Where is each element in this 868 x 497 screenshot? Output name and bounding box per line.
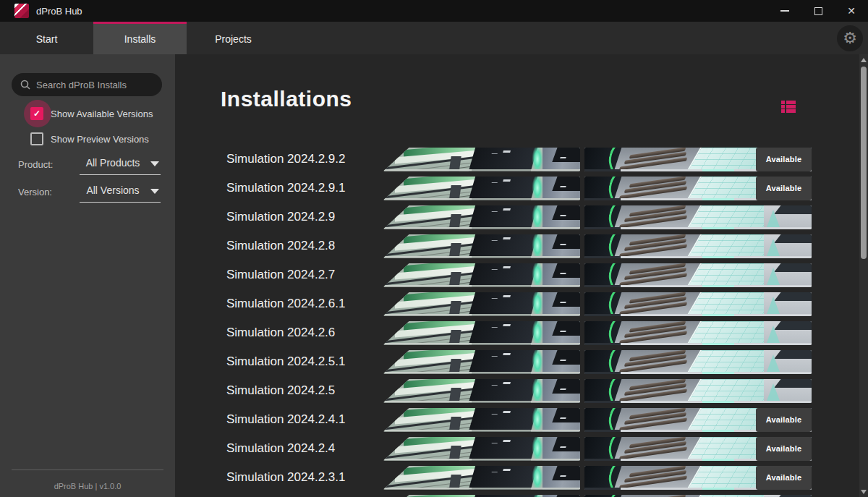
install-row[interactable]: [226, 492, 859, 497]
product-filter-row: Product: All Products: [18, 157, 161, 175]
minimize-icon: [780, 10, 789, 12]
install-row[interactable]: Simulation 2024.2.3.1 Available: [226, 463, 859, 492]
sidebar: ✓ Show Available Versions ✓ Show Preview…: [0, 54, 175, 497]
check-icon: ✓: [32, 109, 42, 119]
banner-image-left: [383, 408, 580, 432]
app-title: dProB Hub: [36, 6, 82, 17]
banner-image-right: [584, 350, 812, 374]
install-banner: Available: [383, 408, 812, 432]
banner-image-right: Available: [584, 148, 812, 171]
list-view-toggle-button[interactable]: [781, 101, 796, 113]
install-label: Simulation 2024.2.9: [226, 210, 383, 224]
list-view-icon: [781, 101, 785, 104]
install-row[interactable]: Simulation 2024.2.4 Available: [226, 434, 859, 463]
banner-image-right: [584, 321, 812, 345]
banner-image-left: [383, 437, 580, 461]
checkbox-show-available-versions[interactable]: ✓ Show Available Versions: [30, 106, 153, 122]
title-bar: dProB Hub ✕: [0, 0, 868, 22]
close-button[interactable]: ✕: [835, 0, 868, 22]
availability-badge: Available: [756, 177, 812, 200]
availability-badge: Available: [756, 408, 812, 432]
search-icon: [20, 80, 30, 90]
install-label: Simulation 2024.2.3.1: [226, 470, 383, 485]
install-label: Simulation 2024.2.8: [226, 239, 383, 253]
banner-image-left: [383, 148, 580, 171]
banner-image-right: Available: [584, 466, 812, 490]
banner-image-left: [383, 205, 580, 229]
install-banner: [383, 379, 812, 403]
maximize-button[interactable]: [801, 0, 835, 22]
minimize-button[interactable]: [768, 0, 801, 22]
install-banner: Available: [383, 466, 812, 490]
availability-badge: Available: [756, 466, 812, 490]
tab-label: Start: [36, 33, 58, 45]
list-view-icon: [781, 109, 785, 113]
tab-bar: Start Installs Projects ⚙: [0, 22, 868, 54]
install-row[interactable]: Simulation 2024.2.6: [226, 318, 859, 347]
install-banner: Available: [383, 177, 812, 200]
list-view-icon: [781, 105, 785, 109]
install-label: Simulation 2024.2.9.2: [226, 152, 383, 166]
product-select[interactable]: All Products: [80, 157, 161, 175]
install-row[interactable]: Simulation 2024.2.9: [226, 203, 859, 231]
app-window: dProB Hub ✕ Start Installs Projects ⚙ ✓ …: [0, 0, 868, 497]
version-select[interactable]: All Versions: [80, 184, 161, 203]
list-view-icon: [786, 105, 796, 109]
scrollbar-down-button[interactable]: [861, 490, 867, 494]
banner-image-left: [383, 292, 580, 316]
settings-button[interactable]: ⚙: [837, 25, 863, 51]
checkbox-show-preview-versions[interactable]: ✓ Show Preview Versions: [30, 131, 149, 147]
tab-projects[interactable]: Projects: [187, 22, 280, 54]
install-banner: Available: [383, 148, 812, 171]
maximize-icon: [814, 7, 822, 15]
install-row[interactable]: Simulation 2024.2.6.1: [226, 289, 859, 318]
install-banner: [383, 350, 812, 374]
banner-image-right: Available: [584, 177, 812, 200]
banner-image-right: [584, 205, 812, 229]
window-controls: ✕: [768, 0, 868, 22]
install-row[interactable]: Simulation 2024.2.9.2 Available: [226, 145, 859, 174]
install-banner: [383, 321, 812, 345]
banner-image-left: [383, 234, 580, 258]
tab-label: Projects: [215, 33, 252, 45]
app-version-text: dProB Hub | v1.0.0: [0, 482, 175, 490]
install-row[interactable]: Simulation 2024.2.4.1 Available: [226, 405, 859, 434]
main-panel: Installations Simulation 2024.2.9.2: [175, 54, 859, 497]
checkbox-label: Show Preview Versions: [51, 134, 149, 145]
install-row[interactable]: Simulation 2024.2.8: [226, 231, 859, 260]
install-label: Simulation 2024.2.4: [226, 441, 383, 456]
banner-image-left: [383, 263, 580, 287]
main-header: Installations: [221, 87, 859, 116]
install-banner: Available: [383, 437, 812, 461]
scrollbar-thumb[interactable]: [861, 67, 867, 259]
app-logo-icon: [14, 4, 29, 18]
page-title: Installations: [221, 87, 352, 111]
banner-image-left: [383, 350, 580, 374]
install-label: Simulation 2024.2.6: [226, 326, 383, 340]
install-row[interactable]: Simulation 2024.2.5.1: [226, 347, 859, 376]
banner-image-right: [584, 495, 812, 497]
install-banner: [383, 292, 812, 316]
install-row[interactable]: Simulation 2024.2.9.1 Available: [226, 174, 859, 203]
version-filter-row: Version: All Versions: [18, 184, 161, 203]
checkbox-label: Show Available Versions: [51, 109, 153, 119]
banner-image-left: [383, 177, 580, 200]
banner-image-right: [584, 379, 812, 403]
search-input[interactable]: [36, 80, 149, 90]
tab-start[interactable]: Start: [0, 22, 93, 54]
install-row[interactable]: Simulation 2024.2.7: [226, 260, 859, 289]
banner-image-left: [383, 495, 580, 497]
scrollbar-up-button[interactable]: [861, 58, 867, 62]
list-view-icon: [786, 101, 796, 104]
scrollbar[interactable]: [859, 54, 868, 497]
tab-label: Installs: [124, 33, 156, 45]
tab-installs[interactable]: Installs: [93, 22, 187, 54]
install-row[interactable]: Simulation 2024.2.5: [226, 376, 859, 405]
install-label: Simulation 2024.2.6.1: [226, 297, 383, 311]
banner-image-right: Available: [584, 437, 812, 461]
install-banner: [383, 205, 812, 229]
search-box[interactable]: [12, 73, 162, 96]
version-select-value: All Versions: [80, 184, 146, 196]
banner-image-right: [584, 234, 812, 258]
product-filter-label: Product:: [18, 157, 80, 170]
